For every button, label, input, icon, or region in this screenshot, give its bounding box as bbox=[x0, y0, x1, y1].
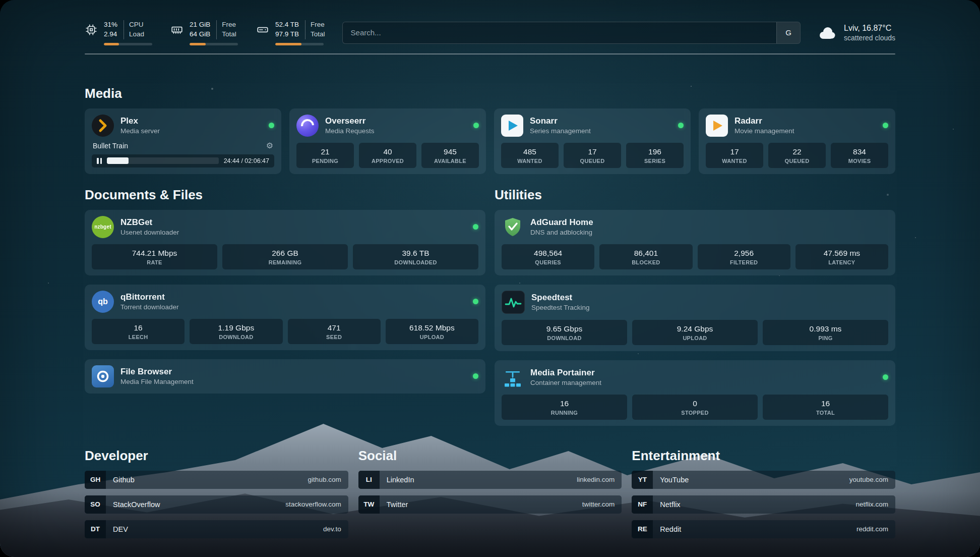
overseerr-icon bbox=[296, 115, 319, 137]
search-bar: G bbox=[342, 22, 801, 44]
app-card-speedtest[interactable]: Speedtest Speedtest Tracking 9.65 Gbps D… bbox=[495, 285, 895, 351]
stat-label: DOWNLOAD bbox=[193, 334, 279, 340]
speedtest-meta: Speedtest Speedtest Tracking bbox=[531, 293, 590, 311]
stat-leech: 16 LEECH bbox=[92, 319, 185, 344]
ram-free-value: 21 GiB bbox=[190, 20, 210, 30]
app-description: Media Requests bbox=[325, 127, 375, 135]
plex-progress-fill bbox=[107, 157, 129, 164]
bookmark-dev[interactable]: DT DEV dev.to bbox=[85, 520, 348, 538]
adguard-shield-icon bbox=[502, 216, 524, 238]
app-description: Torrent downloader bbox=[120, 303, 179, 311]
app-name: Media Portainer bbox=[530, 368, 601, 378]
bookmark-linkedin[interactable]: LI LinkedIn linkedin.com bbox=[358, 471, 622, 489]
ram-label-top: Free bbox=[222, 20, 236, 30]
ram-label-bottom: Total bbox=[222, 30, 236, 39]
bookmark-twitter[interactable]: TW Twitter twitter.com bbox=[358, 495, 622, 514]
status-dot bbox=[678, 123, 684, 128]
portainer-meta: Media Portainer Container management bbox=[530, 368, 601, 386]
app-card-nzbget[interactable]: nzbget NZBGet Usenet downloader 744.21 M… bbox=[85, 210, 485, 275]
bookmark-url: stackoverflow.com bbox=[285, 500, 341, 508]
cpu-values: 31% 2.94 bbox=[104, 20, 117, 39]
app-description: Usenet downloader bbox=[120, 229, 179, 236]
stat-value: 0 bbox=[635, 399, 755, 408]
topbar: 31% 2.94 CPU Load bbox=[85, 0, 895, 45]
ram-labels: Free Total bbox=[216, 20, 236, 39]
stat-value: 1.19 Gbps bbox=[193, 323, 279, 332]
cpu-usage-bar bbox=[104, 43, 152, 45]
status-dot bbox=[883, 123, 888, 128]
stat-label: UPLOAD bbox=[389, 334, 475, 340]
stat-pending: 21 PENDING bbox=[296, 143, 354, 168]
app-card-portainer[interactable]: Media Portainer Container management 16 … bbox=[495, 360, 895, 426]
bookmark-github[interactable]: GH Github github.com bbox=[85, 471, 348, 489]
bookmark-name: LinkedIn bbox=[387, 476, 414, 484]
bookmark-reddit[interactable]: RE Reddit reddit.com bbox=[632, 520, 895, 538]
stat-queries: 498,564 QUERIES bbox=[502, 244, 594, 269]
app-card-overseerr[interactable]: Overseerr Media Requests 21 PENDING 40 A… bbox=[289, 108, 486, 174]
stat-value: 16 bbox=[766, 399, 885, 408]
bookmark-youtube[interactable]: YT YouTube youtube.com bbox=[632, 471, 895, 489]
stat-value: 2,956 bbox=[701, 249, 787, 258]
plex-progress-row: 24:44 / 02:06:47 bbox=[92, 154, 274, 168]
system-metrics: 31% 2.94 CPU Load bbox=[85, 20, 325, 45]
overseerr-stats: 21 PENDING 40 APPROVED 945 AVAILABLE bbox=[296, 143, 479, 168]
stat-label: PING bbox=[766, 335, 885, 341]
stat-approved: 40 APPROVED bbox=[359, 143, 416, 168]
portainer-crane-icon bbox=[502, 366, 524, 388]
filebrowser-icon bbox=[92, 365, 114, 387]
pause-button[interactable] bbox=[97, 158, 102, 164]
bookmark-url: twitter.com bbox=[582, 500, 615, 508]
social-section-title: Social bbox=[358, 448, 622, 464]
stat-total: 16 TOTAL bbox=[763, 395, 888, 420]
cpu-load-value: 2.94 bbox=[104, 30, 117, 39]
app-card-radarr[interactable]: Radarr Movie management 17 WANTED 22 QUE… bbox=[699, 108, 895, 174]
linkedin-abbr-icon: LI bbox=[358, 471, 380, 489]
cloud-icon bbox=[818, 25, 837, 41]
stat-label: FILTERED bbox=[701, 259, 787, 265]
plex-progress-track[interactable] bbox=[107, 157, 219, 164]
settings-gear-icon[interactable]: ⚙ bbox=[266, 142, 273, 150]
bookmarks-entertainment: Entertainment YT YouTube youtube.com NF … bbox=[632, 448, 895, 538]
bookmarks-social: Social LI LinkedIn linkedin.com TW Twitt… bbox=[358, 448, 622, 538]
app-card-plex[interactable]: Plex Media server Bullet Train ⚙ bbox=[85, 108, 281, 174]
stat-seed: 471 SEED bbox=[288, 319, 381, 344]
cpu-metric-row: 31% 2.94 CPU Load bbox=[85, 20, 152, 39]
nzbget-icon: nzbget bbox=[92, 216, 114, 238]
app-card-adguard[interactable]: AdGuard Home DNS and adblocking 498,564 … bbox=[495, 210, 895, 275]
status-dot bbox=[269, 123, 274, 128]
stat-label: PENDING bbox=[299, 158, 351, 164]
search-engine-button[interactable]: G bbox=[776, 22, 800, 43]
radarr-stats: 17 WANTED 22 QUEUED 834 MOVIES bbox=[706, 143, 888, 168]
stat-value: 9.65 Gbps bbox=[505, 324, 624, 333]
cpu-labels: CPU Load bbox=[124, 20, 144, 39]
stat-available: 945 AVAILABLE bbox=[421, 143, 479, 168]
bookmark-netflix[interactable]: NF Netflix netflix.com bbox=[632, 495, 895, 514]
app-card-filebrowser[interactable]: File Browser Media File Management bbox=[85, 359, 485, 394]
stat-label: WANTED bbox=[709, 158, 760, 164]
section-media: Media Plex Media server bbox=[85, 86, 895, 174]
search-input[interactable] bbox=[343, 28, 776, 37]
bookmark-name: Github bbox=[113, 476, 135, 484]
ram-values: 21 GiB 64 GiB bbox=[190, 20, 210, 39]
stat-stopped: 0 STOPPED bbox=[632, 395, 758, 420]
stat-value: 47.569 ms bbox=[799, 249, 885, 258]
stat-value: 266 GB bbox=[225, 249, 345, 258]
stat-value: 471 bbox=[291, 323, 378, 332]
nzbget-meta: NZBGet Usenet downloader bbox=[120, 217, 179, 236]
app-name: NZBGet bbox=[120, 217, 179, 228]
section-utilities: Utilities bbox=[495, 187, 895, 426]
section-documents: Documents & Files nzbget NZBGet Usenet d… bbox=[85, 187, 485, 394]
app-name: Sonarr bbox=[530, 116, 591, 126]
ram-metric-row: 21 GiB 64 GiB Free Total bbox=[170, 20, 238, 39]
app-description: Media File Management bbox=[120, 378, 194, 385]
stat-download: 1.19 Gbps DOWNLOAD bbox=[190, 319, 282, 344]
stat-value: 17 bbox=[567, 147, 618, 156]
portainer-stats: 16 RUNNING 0 STOPPED 16 TOTAL bbox=[502, 395, 888, 420]
bookmark-stackoverflow[interactable]: SO StackOverflow stackoverflow.com bbox=[85, 495, 348, 514]
app-card-sonarr[interactable]: Sonarr Series management 485 WANTED 17 Q… bbox=[494, 108, 691, 174]
app-card-qbittorrent[interactable]: qb qBittorrent Torrent downloader 16 LEE… bbox=[85, 285, 485, 350]
qbittorrent-stats: 16 LEECH 1.19 Gbps DOWNLOAD 471 SEED bbox=[92, 319, 478, 344]
stat-value: 40 bbox=[362, 147, 413, 156]
qbittorrent-card-header: qb qBittorrent Torrent downloader bbox=[92, 291, 478, 313]
github-abbr-icon: GH bbox=[85, 471, 106, 489]
